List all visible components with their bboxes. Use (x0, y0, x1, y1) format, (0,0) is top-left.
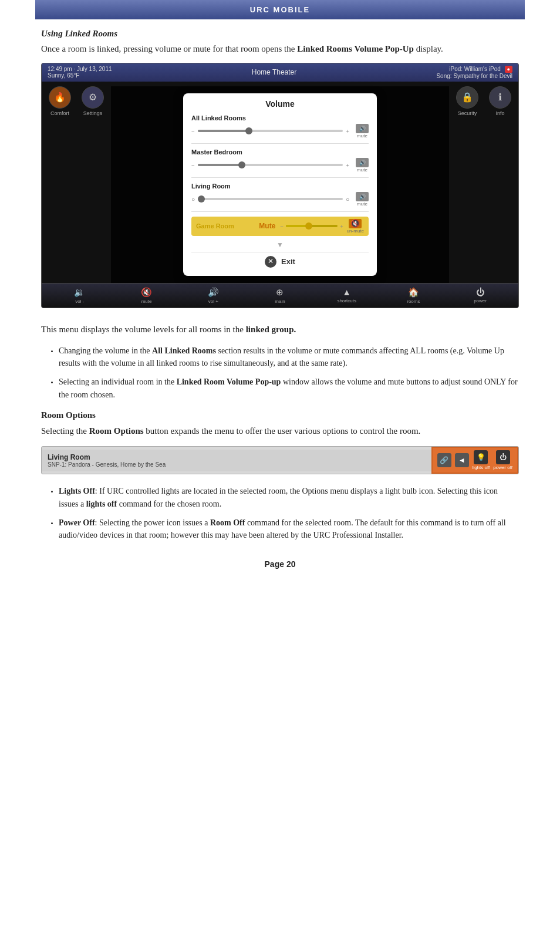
info-icon: ℹ (489, 86, 511, 109)
plus-icon-game: + (340, 223, 343, 230)
toolbar-mute[interactable]: 🔇 mute (135, 287, 158, 304)
lights-icon: 💡 (474, 450, 488, 464)
ui-time: 12:49 pm · July 13, 2011 (48, 66, 112, 72)
bullet-item-0: Changing the volume in the All Linked Ro… (59, 345, 519, 370)
bullet0-bold: All Linked Rooms (152, 346, 216, 355)
volume-row-gameroom: Game Room Mute − + 🔇 un-mute (191, 217, 369, 236)
master-label: Master Bedroom (191, 149, 369, 156)
lights-label: lights off (473, 465, 490, 470)
ui-ipod: iPod: William's iPod ● (449, 66, 512, 73)
shortcuts-icon: ▲ (342, 287, 351, 297)
slider-thumb-game (305, 222, 312, 230)
slider-master[interactable] (198, 164, 343, 166)
mute-btn-all[interactable]: 🔊 mute (356, 124, 369, 139)
volume-row-living: Living Room ○ ○ 🔊 mute (191, 183, 369, 212)
vol-down-icon: 🔉 (74, 287, 85, 298)
intro-text-bold: Linked Rooms Volume Pop-Up (297, 44, 414, 53)
page-header: URC Mobile (35, 0, 525, 19)
mute-label-master: mute (357, 167, 367, 173)
toolbar-main[interactable]: ⊕ main (268, 287, 292, 304)
gameroom-mute-text: Mute (259, 222, 275, 230)
slider-fill-all (198, 130, 249, 132)
toolbar-main-label: main (275, 299, 285, 304)
ipod-badge: ● (505, 66, 512, 73)
room-bullet1-bold2: Room Off (210, 518, 245, 527)
toolbar-rooms[interactable]: 🏠 rooms (402, 287, 425, 304)
mute-icon-living: 🔊 (356, 192, 369, 201)
main-icon: ⊕ (276, 287, 284, 298)
toolbar-rooms-label: rooms (407, 299, 420, 304)
section1-title: Using Linked Rooms (41, 29, 519, 39)
mute-icon-master: 🔊 (356, 158, 369, 167)
toolbar-power[interactable]: ⏻ power (468, 287, 492, 304)
nav-item-settings[interactable]: ⚙ Settings (78, 86, 107, 283)
mute-btn-game[interactable]: 🔇 un-mute (347, 219, 364, 234)
room-options-para-end: button expands the menu to offer the use… (144, 426, 421, 436)
ui-main-area: 🔥 Comfort ⚙ Settings Volume All Linked R… (42, 82, 518, 283)
power-icon: ⏻ (476, 287, 485, 297)
nav-item-comfort[interactable]: 🔥 Comfort (45, 86, 75, 283)
toolbar-shortcuts-label: shortcuts (337, 298, 356, 303)
room-bar-left: Living Room SNP-1: Pandora - Genesis, Ho… (42, 450, 431, 471)
minus-icon-0: − (191, 128, 195, 134)
toolbar-vol-up[interactable]: 🔊 vol + (201, 287, 225, 304)
ui-room: Home Theater (252, 68, 296, 76)
slider-thumb-master (238, 161, 245, 168)
toolbar-shortcuts[interactable]: ▲ shortcuts (335, 287, 359, 304)
exit-icon[interactable]: ✕ (265, 256, 276, 268)
living-controls: ○ ○ 🔊 mute (191, 192, 369, 207)
room-bar-link-btn[interactable]: 🔗 (437, 453, 451, 467)
body-para1: This menu displays the volume levels for… (41, 322, 519, 336)
slider-all[interactable] (198, 130, 343, 132)
bullet0-pre: Changing the volume in the (59, 346, 152, 355)
settings-icon: ⚙ (82, 86, 104, 109)
master-controls: − + 🔊 mute (191, 158, 369, 173)
room-bar-name: Living Room (48, 453, 426, 461)
room-bullet0-bold2: lights off (86, 500, 117, 508)
mute-label-all: mute (357, 133, 367, 139)
minus-icon-2: ○ (191, 196, 195, 203)
room-bar-power-btn[interactable]: ⏻ power off (493, 450, 512, 470)
room-options-para: Selecting the Room Options button expand… (41, 424, 519, 438)
security-icon: 🔒 (456, 86, 478, 109)
plus-icon-2: ○ (346, 196, 349, 203)
settings-label: Settings (83, 110, 103, 116)
slider-fill-master (198, 164, 241, 166)
body-para1-bold: linked group. (246, 325, 296, 334)
plus-icon-1: + (346, 162, 349, 168)
volume-popup-title: Volume (191, 99, 369, 109)
toolbar-mute-label: mute (141, 299, 152, 304)
back-icon: ◄ (455, 453, 469, 467)
mute-btn-master[interactable]: 🔊 mute (356, 158, 369, 173)
nav-item-info[interactable]: ℹ Info (485, 86, 515, 283)
rooms-icon: 🏠 (408, 287, 419, 298)
volume-popup: Volume All Linked Rooms − + � (183, 93, 377, 276)
room-bar: Living Room SNP-1: Pandora - Genesis, Ho… (41, 446, 519, 474)
all-rooms-controls: − + 🔊 mute (191, 124, 369, 139)
slider-thumb-living (198, 195, 205, 203)
mute-btn-living[interactable]: 🔊 mute (356, 192, 369, 207)
toolbar-vol-down[interactable]: 🔉 vol - (68, 287, 92, 304)
room-options-para-bold: Room Options (89, 426, 144, 436)
song-label: Song: (436, 73, 451, 79)
ui-topbar-right: iPod: William's iPod ● Song: Sympathy fo… (436, 66, 512, 79)
power-label: power off (493, 465, 512, 470)
ui-screenshot: 12:49 pm · July 13, 2011 Sunny, 65°F Hom… (41, 63, 519, 308)
slider-living[interactable] (198, 198, 343, 200)
exit-label[interactable]: Exit (281, 257, 295, 266)
ipod-name: William's iPod (464, 66, 501, 72)
nav-item-security[interactable]: 🔒 Security (453, 86, 482, 283)
intro-text-pre: Once a room is linked, pressing volume o… (41, 44, 297, 53)
body-bullet-list: Changing the volume in the All Linked Ro… (59, 345, 519, 402)
mute-label-game: un-mute (347, 228, 364, 234)
power-off-icon: ⏻ (496, 450, 510, 464)
slider-game[interactable] (286, 225, 338, 227)
room-bullet1-post: : Selecting the power icon issues a (95, 518, 210, 527)
room-bullet1-bold: Power Off (59, 518, 95, 527)
link-icon: 🔗 (437, 453, 451, 467)
intro-text-end: display. (414, 44, 443, 53)
room-bar-lights-btn[interactable]: 💡 lights off (473, 450, 490, 470)
mute-toolbar-icon: 🔇 (141, 287, 152, 298)
room-bar-back-btn[interactable]: ◄ (455, 453, 469, 467)
comfort-label: Comfort (50, 110, 69, 116)
